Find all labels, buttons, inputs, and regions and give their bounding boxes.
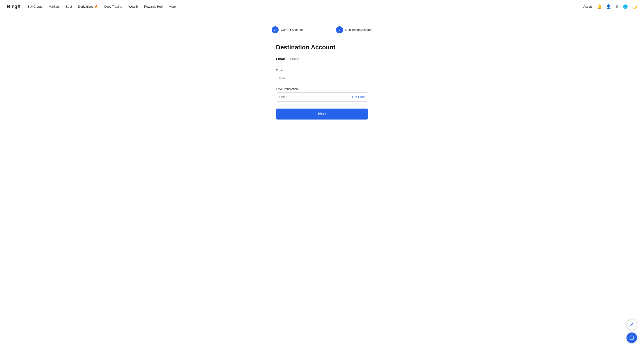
email-field-wrap: Email [276, 69, 368, 83]
next-button[interactable]: Next [276, 109, 368, 119]
stepper: Current Account 2 Destination Account [239, 26, 405, 33]
nav-rewards-hub[interactable]: Rewards Hub [144, 5, 163, 8]
main-content: Current Account 2 Destination Account De… [234, 13, 410, 133]
nav-copy-trading[interactable]: Copy Trading [104, 5, 122, 8]
verification-input-wrap: Get Code [276, 92, 368, 102]
form-section: Destination Account Email Phone Email Em… [276, 44, 368, 119]
nav-derivatives[interactable]: Derivatives 🔥 [78, 5, 98, 8]
tabs: Email Phone [276, 57, 368, 63]
assets-label[interactable]: Assets [583, 5, 592, 8]
page-title: Destination Account [276, 44, 368, 51]
bell-icon[interactable]: 🔔 [597, 4, 602, 9]
step-divider [306, 30, 332, 30]
globe-icon[interactable]: 🌐 [623, 4, 628, 9]
step2-label: Destination Account [345, 28, 372, 32]
navbar: BingX Buy Crypto Markets Spot Derivative… [0, 0, 644, 13]
step-1: Current Account [272, 26, 303, 33]
nav-right: Assets 🔔 👤 ⬇ 🌐 🌙 [583, 4, 637, 9]
nav-wealth[interactable]: Wealth [128, 5, 138, 8]
email-input[interactable] [276, 74, 368, 83]
step2-circle: 2 [336, 26, 343, 33]
nav-links: Buy Crypto Markets Spot Derivatives 🔥 Co… [28, 5, 583, 8]
brand-logo[interactable]: BingX [7, 4, 20, 10]
theme-icon[interactable]: 🌙 [632, 4, 637, 9]
tab-phone[interactable]: Phone [290, 57, 300, 63]
tab-email[interactable]: Email [276, 57, 285, 63]
get-code-button[interactable]: Get Code [352, 95, 365, 99]
nav-spot[interactable]: Spot [66, 5, 72, 8]
step-2: 2 Destination Account [336, 26, 372, 33]
nav-buy-crypto[interactable]: Buy Crypto [28, 5, 42, 8]
nav-markets[interactable]: Markets [49, 5, 60, 8]
verification-field-wrap: Email Verification Get Code [276, 87, 368, 102]
download-icon[interactable]: ⬇ [615, 4, 618, 9]
user-icon[interactable]: 👤 [606, 4, 611, 9]
step1-label: Current Account [281, 28, 303, 32]
verification-label: Email Verification [276, 87, 368, 91]
step1-circle [272, 26, 279, 33]
nav-more[interactable]: More [169, 5, 176, 8]
email-label: Email [276, 69, 368, 72]
